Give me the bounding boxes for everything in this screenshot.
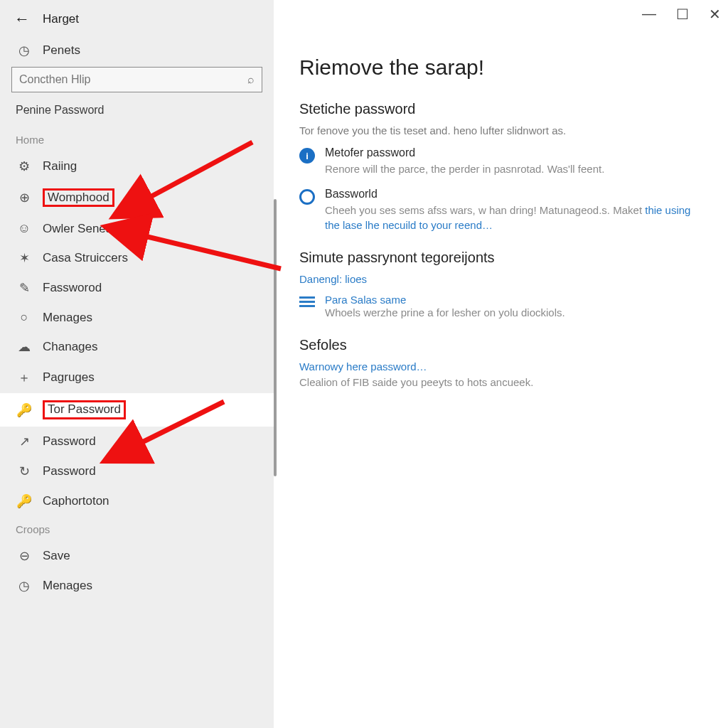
sidebar-item-label: Password bbox=[43, 464, 96, 478]
bullet-bassworld: Bassworld Cheeh you ses sems afss wars, … bbox=[299, 188, 707, 232]
sidebar-item-fassworod[interactable]: ✎ Fassworod bbox=[0, 273, 274, 303]
sidebar-item-tor-password[interactable]: 🔑 Tor Password bbox=[0, 393, 274, 426]
bullet-desc-text: Cheeh you ses sems afss wars, w han drin… bbox=[325, 204, 645, 216]
search-icon[interactable]: ⌕ bbox=[247, 73, 255, 86]
sidebar-item-label: Menages bbox=[43, 311, 92, 325]
bullet-desc: Renore will the parce, the perder in pas… bbox=[325, 162, 604, 176]
sidebar-item-label: Casa Struiccers bbox=[43, 251, 128, 265]
cloud-icon: ☁ bbox=[16, 339, 33, 355]
section-sefoles-link[interactable]: Warnowy here password… bbox=[299, 360, 707, 373]
sidebar-item-chanages[interactable]: ☁ Chanages bbox=[0, 332, 274, 362]
bullet-metofer: i Metofer password Renore will the parce… bbox=[299, 146, 707, 176]
sidebar-item-caphortoton[interactable]: 🔑 Caphortoton bbox=[0, 486, 274, 516]
page-title: Riemove the sarap! bbox=[299, 55, 707, 80]
app-title: Harget bbox=[43, 12, 79, 26]
sidebar-item-password-b[interactable]: ↻ Password bbox=[0, 456, 274, 486]
list-item-desc: Whoels werzhe prine a for lesher on yolu… bbox=[325, 306, 565, 320]
bullet-desc: Cheeh you ses sems afss wars, w han drin… bbox=[325, 203, 707, 232]
bullet-title: Bassworld bbox=[325, 188, 707, 200]
plus-icon: ＋ bbox=[16, 369, 33, 386]
clock-icon: ◷ bbox=[16, 43, 33, 58]
sidebar-item-label: Owler Senes bbox=[43, 222, 112, 236]
main-pane: — ☐ ✕ Riemove the sarap! Stetiche passwo… bbox=[274, 0, 728, 728]
sidebar-item-label: Fassworod bbox=[43, 281, 102, 295]
search-input-wrap[interactable]: ⌕ bbox=[11, 67, 262, 92]
key-icon: 🔑 bbox=[16, 402, 33, 418]
sidebar-item-womphood[interactable]: ⊕ Womphood bbox=[0, 181, 274, 214]
sidebar-item-password-a[interactable]: ↗ Password bbox=[0, 427, 274, 456]
star-icon: ✶ bbox=[16, 250, 33, 266]
list-item-title[interactable]: Para Salas same bbox=[325, 294, 565, 306]
section-stetiche-title: Stetiche password bbox=[299, 101, 707, 117]
arrow-up-icon: ↗ bbox=[16, 434, 33, 449]
radio-icon[interactable] bbox=[299, 189, 315, 205]
sidebar-item-label: Womphood bbox=[43, 188, 114, 207]
sidebar-item-label: Tor Password bbox=[43, 400, 126, 419]
sidebar: ← Harget ◷ Penets ⌕ Penine Password Home… bbox=[0, 0, 274, 728]
sidebar-item-casa-struiccers[interactable]: ✶ Casa Struiccers bbox=[0, 243, 274, 273]
sidebar-item-label: Pagruges bbox=[43, 370, 95, 385]
sidebar-quick-label: Penets bbox=[43, 43, 80, 58]
sidebar-section-croops: Croops bbox=[0, 516, 274, 541]
minus-circle-icon: ⊖ bbox=[16, 548, 33, 564]
section-simute-link[interactable]: Danengl: lioes bbox=[299, 273, 707, 285]
sidebar-item-owler-senes[interactable]: ☺ Owler Senes bbox=[0, 214, 274, 243]
face-icon: ☺ bbox=[16, 221, 33, 236]
sidebar-subtitle: Penine Password bbox=[0, 100, 274, 127]
sidebar-item-label: Chanages bbox=[43, 340, 98, 354]
gear-icon: ⚙ bbox=[16, 159, 33, 174]
section-simute-title: Simute passrynont tegoreijonts bbox=[299, 250, 707, 266]
sidebar-item-raiing[interactable]: ⚙ Raiing bbox=[0, 151, 274, 181]
sidebar-item-label: Menages bbox=[43, 579, 92, 593]
sidebar-section-home: Home bbox=[0, 127, 274, 151]
key-icon: 🔑 bbox=[16, 493, 33, 509]
bullet-title: Metofer password bbox=[325, 146, 604, 159]
section-sefoles-title: Sefoles bbox=[299, 337, 707, 353]
sidebar-item-save[interactable]: ⊖ Save bbox=[0, 541, 274, 571]
pen-icon: ✎ bbox=[16, 280, 33, 296]
list-item-para-salas: Para Salas same Whoels werzhe prine a fo… bbox=[299, 294, 707, 320]
circle-icon: ○ bbox=[16, 310, 33, 325]
sidebar-item-label: Raiing bbox=[43, 159, 77, 173]
sidebar-item-pagruges[interactable]: ＋ Pagruges bbox=[0, 362, 274, 393]
sidebar-item-label: Password bbox=[43, 434, 96, 449]
sidebar-item-menages[interactable]: ○ Menages bbox=[0, 303, 274, 332]
section-sefoles-desc: Clealion of FIB saide you peeyts to hots… bbox=[299, 375, 707, 390]
sidebar-item-label: Caphortoton bbox=[43, 494, 109, 508]
back-icon[interactable]: ← bbox=[14, 10, 30, 28]
sidebar-quick-link[interactable]: ◷ Penets bbox=[0, 38, 274, 63]
plus-circle-icon: ⊕ bbox=[16, 190, 33, 205]
sidebar-item-menages-2[interactable]: ◷ Menages bbox=[0, 571, 274, 601]
info-icon: i bbox=[299, 148, 315, 164]
refresh-icon: ↻ bbox=[16, 464, 33, 479]
list-icon bbox=[299, 296, 315, 320]
search-input[interactable] bbox=[19, 73, 247, 86]
section-stetiche-desc: Tor fenove you the tis teset and. heno l… bbox=[299, 124, 707, 136]
sidebar-item-label: Save bbox=[43, 549, 70, 563]
clock-icon: ◷ bbox=[16, 578, 33, 594]
